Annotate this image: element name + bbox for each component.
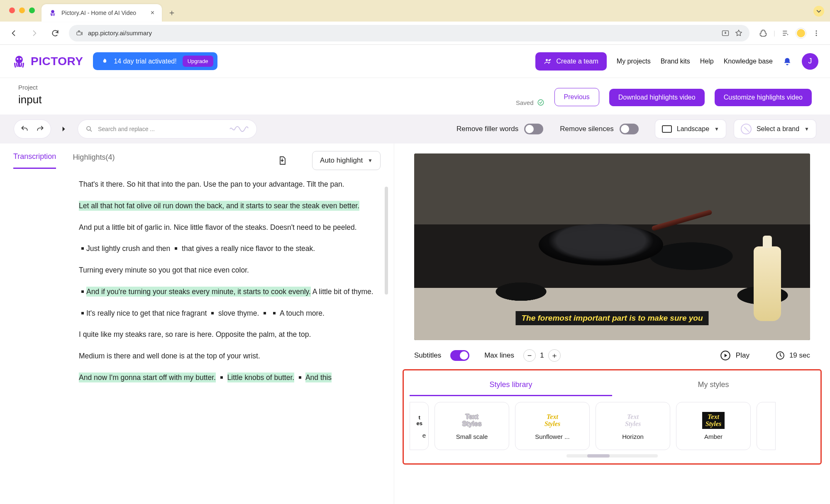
previous-button[interactable]: Previous bbox=[554, 88, 599, 106]
search-replace-input[interactable]: Search and replace ... bbox=[78, 120, 256, 138]
user-avatar[interactable]: J bbox=[802, 53, 818, 70]
undo-button[interactable] bbox=[17, 121, 32, 137]
reload-button[interactable] bbox=[48, 26, 62, 40]
download-highlights-button[interactable]: Download highlights video bbox=[609, 89, 705, 106]
transcript-line[interactable]: Turning every minute so you got that nic… bbox=[79, 264, 376, 277]
profile-avatar-icon[interactable] bbox=[796, 28, 806, 38]
styles-horizontal-scrollbar[interactable] bbox=[566, 454, 658, 458]
tabs-dropdown-icon[interactable] bbox=[813, 6, 824, 17]
media-icon[interactable] bbox=[779, 26, 793, 40]
close-tab-icon[interactable]: × bbox=[151, 9, 154, 17]
style-card-horizon[interactable]: Text Styles Horizon bbox=[596, 402, 670, 450]
tab-my-styles[interactable]: My styles bbox=[612, 375, 815, 396]
project-name[interactable]: input bbox=[18, 93, 42, 106]
maximize-window-icon[interactable] bbox=[29, 7, 35, 13]
create-team-button[interactable]: Create a team bbox=[535, 52, 606, 71]
transcript-line[interactable]: It's really nice to get that nice fragra… bbox=[79, 307, 376, 320]
scrollbar[interactable] bbox=[385, 187, 388, 295]
svg-point-11 bbox=[546, 59, 548, 61]
browser-menu-icon[interactable] bbox=[809, 26, 823, 40]
transcript-line[interactable]: That's it there. So hit that into the pa… bbox=[79, 178, 376, 191]
remove-filler-label: Remove filler words bbox=[456, 125, 518, 133]
video-preview[interactable]: The foremost important part is to make s… bbox=[414, 153, 810, 340]
url-bar[interactable]: app.pictory.ai/summary bbox=[69, 25, 749, 41]
wave-icon bbox=[229, 125, 249, 133]
brand-select[interactable]: Select a brand ▼ bbox=[734, 120, 816, 138]
nav-brand-kits[interactable]: Brand kits bbox=[661, 58, 690, 65]
bookmark-star-icon[interactable] bbox=[735, 29, 743, 37]
transcript-line[interactable]: And put a little bit of garlic in. Nice … bbox=[79, 222, 376, 234]
play-icon[interactable] bbox=[720, 350, 731, 361]
transcript-line: Let all that hot fat olive oil run down … bbox=[79, 200, 376, 212]
svg-point-6 bbox=[816, 32, 817, 34]
customize-highlights-button[interactable]: Customize highlights video bbox=[715, 89, 812, 106]
url-text: app.pictory.ai/summary bbox=[88, 29, 152, 37]
style-card-sunflower[interactable]: Text Styles Sunflower ... bbox=[515, 402, 590, 450]
transcript-line[interactable]: Just lightly crush and then that gives a… bbox=[79, 243, 376, 255]
trial-text: 14 day trial activated! bbox=[114, 58, 176, 65]
remove-silences-toggle[interactable] bbox=[620, 124, 639, 134]
redo-button[interactable] bbox=[32, 121, 48, 137]
chevron-down-icon: ▼ bbox=[714, 126, 719, 132]
transcript-line[interactable]: I quite like my steaks rare, so rare is … bbox=[79, 329, 376, 341]
style-cards-row[interactable]: tes e Text Styles Small scale Text Style… bbox=[410, 402, 815, 450]
search-icon bbox=[85, 125, 93, 133]
play-group: Play bbox=[720, 350, 749, 361]
browser-tab-title: Pictory.AI - Home of AI Video bbox=[61, 10, 146, 16]
style-card[interactable]: tes e bbox=[410, 402, 429, 450]
svg-point-7 bbox=[816, 34, 817, 36]
play-label[interactable]: Play bbox=[736, 351, 749, 360]
style-card[interactable] bbox=[757, 402, 776, 450]
maxlines-decrement[interactable]: − bbox=[523, 349, 536, 362]
duration-group: 19 sec bbox=[775, 351, 810, 360]
subtitles-toggle[interactable] bbox=[450, 350, 469, 361]
maxlines-value: 1 bbox=[537, 351, 547, 360]
octopus-icon bbox=[12, 54, 27, 69]
svg-point-5 bbox=[816, 30, 817, 32]
install-app-icon[interactable] bbox=[721, 29, 730, 37]
transcript-line[interactable]: Medium is there and well done is at the … bbox=[79, 350, 376, 363]
auto-highlight-button[interactable]: Auto highlight ▼ bbox=[312, 151, 381, 170]
style-card-amber[interactable]: Text Styles Amber bbox=[676, 402, 751, 450]
svg-point-0 bbox=[51, 10, 54, 13]
project-label: Project bbox=[18, 84, 42, 91]
site-info-icon[interactable] bbox=[76, 29, 83, 37]
maxlines-label: Max lines bbox=[484, 351, 514, 360]
orientation-select[interactable]: Landscape ▼ bbox=[655, 120, 726, 138]
logo-text: PICTORY bbox=[31, 55, 83, 68]
transcript-body[interactable]: That's it there. So hit that into the pa… bbox=[0, 170, 394, 402]
bell-icon[interactable] bbox=[783, 57, 792, 66]
tab-highlights[interactable]: Highlights(4) bbox=[73, 153, 115, 168]
back-button[interactable] bbox=[7, 26, 21, 40]
extensions-icon[interactable] bbox=[756, 26, 770, 40]
style-card-small-scale[interactable]: Text Styles Small scale bbox=[435, 402, 509, 450]
upgrade-button[interactable]: Upgrade bbox=[183, 56, 213, 67]
preview-pane: The foremost important part is to make s… bbox=[394, 144, 830, 504]
tab-styles-library[interactable]: Styles library bbox=[410, 375, 612, 396]
minimize-window-icon[interactable] bbox=[19, 7, 25, 13]
chevron-down-icon: ▼ bbox=[804, 126, 809, 132]
browser-tab[interactable]: Pictory.AI - Home of AI Video × bbox=[42, 4, 162, 22]
svg-point-8 bbox=[15, 56, 23, 63]
project-bar: Project input Saved Previous Download hi… bbox=[0, 78, 830, 114]
landscape-icon bbox=[662, 125, 672, 133]
history-caret-icon[interactable] bbox=[61, 126, 68, 132]
team-icon bbox=[544, 57, 552, 66]
transcript-line[interactable]: And now I'm gonna start off with my butt… bbox=[79, 372, 376, 384]
nav-help[interactable]: Help bbox=[700, 58, 714, 65]
remove-filler-toggle[interactable] bbox=[524, 124, 543, 134]
transcript-line[interactable]: And if you're turning your steaks every … bbox=[79, 286, 376, 298]
preview-caption: The foremost important part is to make s… bbox=[515, 311, 708, 325]
checkmark-icon bbox=[537, 99, 544, 106]
pictory-logo[interactable]: PICTORY bbox=[12, 54, 83, 69]
nav-my-projects[interactable]: My projects bbox=[617, 58, 651, 65]
nav-knowledge-base[interactable]: Knowledge base bbox=[724, 58, 773, 65]
close-window-icon[interactable] bbox=[9, 7, 15, 13]
download-transcript-icon[interactable] bbox=[276, 155, 288, 166]
search-placeholder: Search and replace ... bbox=[98, 126, 155, 132]
subtitle-controls: Subtitles Max lines − 1 ＋ Play 19 sec bbox=[394, 345, 830, 366]
tab-transcription[interactable]: Transcription bbox=[13, 152, 56, 169]
subtitles-label: Subtitles bbox=[414, 351, 441, 360]
maxlines-increment[interactable]: ＋ bbox=[548, 349, 561, 362]
new-tab-button[interactable]: ＋ bbox=[165, 6, 178, 19]
